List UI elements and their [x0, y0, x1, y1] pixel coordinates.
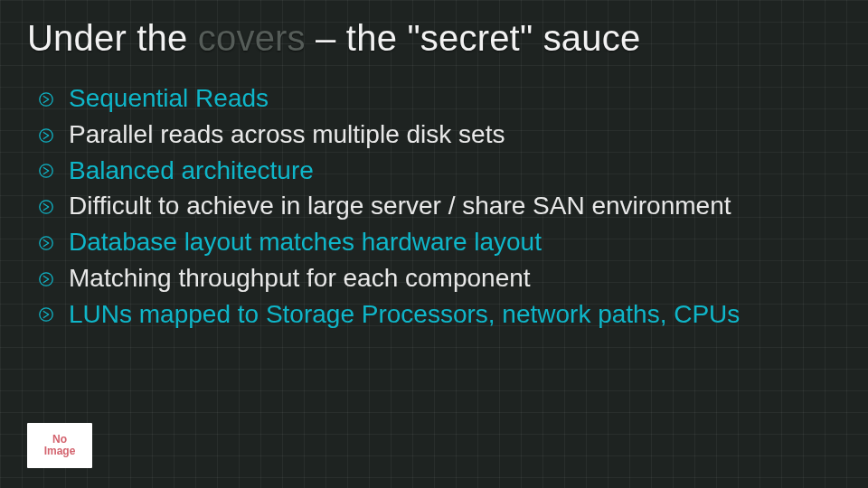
- bullet-list: Sequential Reads Parallel reads across m…: [27, 80, 841, 332]
- slide-title: Under the covers – the "secret" sauce: [27, 18, 841, 59]
- list-item: Balanced architecture: [38, 153, 841, 189]
- title-part-3: – the "secret" sauce: [306, 18, 641, 58]
- list-item-label: Difficult to achieve in large server / s…: [69, 188, 731, 224]
- svg-point-4: [40, 237, 52, 249]
- list-item: Parallel reads across multiple disk sets: [38, 117, 841, 153]
- list-item: Database layout matches hardware layout: [38, 224, 841, 260]
- list-item-label: Parallel reads across multiple disk sets: [69, 117, 505, 153]
- title-part-2: covers: [198, 18, 306, 58]
- bullet-icon: [38, 306, 54, 323]
- svg-point-0: [40, 93, 52, 106]
- list-item-label: Balanced architecture: [69, 153, 314, 189]
- no-image-line-2: Image: [44, 445, 76, 457]
- list-item-label: LUNs mapped to Storage Processors, netwo…: [69, 296, 740, 333]
- list-item: Matching throughput for each component: [38, 260, 841, 296]
- list-item: Sequential Reads: [38, 80, 841, 117]
- svg-point-6: [40, 308, 52, 321]
- svg-point-3: [40, 201, 52, 213]
- bullet-icon: [38, 163, 54, 179]
- slide: Under the covers – the "secret" sauce Se…: [0, 0, 868, 488]
- bullet-icon: [38, 271, 54, 287]
- svg-point-1: [40, 128, 52, 141]
- svg-point-2: [40, 164, 52, 177]
- list-item-label: Sequential Reads: [69, 80, 269, 117]
- list-item: LUNs mapped to Storage Processors, netwo…: [38, 296, 841, 333]
- list-item-label: Matching throughput for each component: [69, 260, 531, 296]
- bullet-icon: [38, 127, 54, 144]
- list-item: Difficult to achieve in large server / s…: [38, 188, 841, 224]
- no-image-placeholder: No Image: [27, 423, 92, 468]
- bullet-icon: [38, 235, 54, 251]
- bullet-icon: [38, 199, 54, 215]
- title-part-1: Under the: [27, 18, 198, 58]
- list-item-label: Database layout matches hardware layout: [69, 224, 542, 260]
- svg-point-5: [40, 272, 52, 285]
- bullet-icon: [38, 91, 54, 108]
